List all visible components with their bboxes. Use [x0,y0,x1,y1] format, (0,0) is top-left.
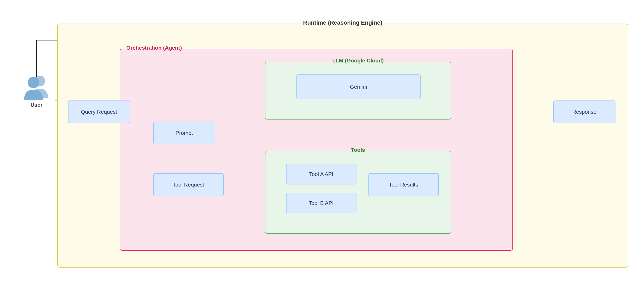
user-area: User [18,73,55,108]
tool-results-node: Tool Results [368,173,439,196]
query-request-node: Query Request [68,100,130,123]
llm-box: LLM (Google Cloud) Gemini [265,62,451,119]
user-label: User [30,102,42,108]
llm-label: LLM (Google Cloud) [332,57,384,64]
orchestration-label: Orchestration (Agent) [126,45,182,51]
runtime-box: Runtime (Reasoning Engine) Orchestration… [57,23,628,268]
user-icon [22,73,51,100]
runtime-label: Runtime (Reasoning Engine) [303,19,382,26]
tool-request-node: Tool Request [153,173,224,196]
gemini-node: Gemini [296,74,420,99]
orchestration-box: Orchestration (Agent) LLM (Google Cloud)… [120,49,513,251]
svg-point-11 [28,77,39,88]
response-node: Response [554,100,616,123]
prompt-node: Prompt [153,122,215,144]
tools-label: Tools [351,147,365,153]
tool-a-node: Tool A API [286,164,356,184]
tool-b-node: Tool B API [286,193,356,213]
